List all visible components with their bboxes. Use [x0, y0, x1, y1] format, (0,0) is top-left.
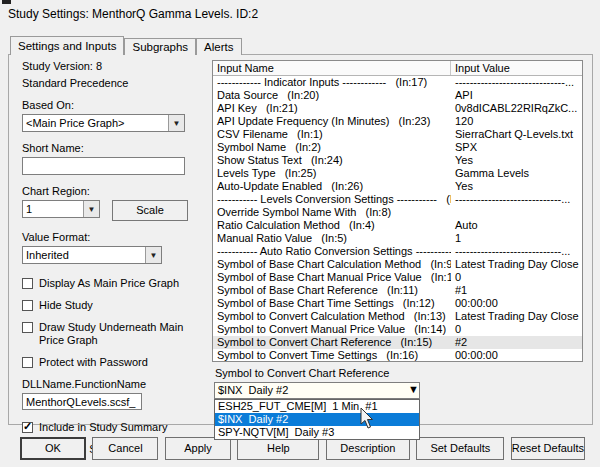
option-checkboxes: ✓ Display As Main Price Graph ✓ Hide Stu…	[22, 277, 192, 369]
table-row[interactable]: Show Status Text (In:24) Yes	[213, 154, 582, 167]
input-value-cell: #1	[451, 284, 582, 297]
table-row[interactable]: API Update Frequency (In Minutes) (In:23…	[213, 115, 582, 128]
table-row[interactable]: ------------ Indicator Inputs ----------…	[213, 76, 582, 89]
checkbox[interactable]: ✓ Draw Study Underneath Main Price Graph	[22, 321, 192, 347]
table-row[interactable]: Symbol of Base Chart Calculation Method …	[213, 258, 582, 271]
chevron-down-icon[interactable]: ▼	[168, 115, 184, 131]
convert-reference-dropdown-list: ESH25_FUT_CME[M] 1 Min #1 $INX Daily #2 …	[214, 399, 420, 440]
table-row[interactable]: Manual Ratio Value (In:5) 1	[213, 232, 582, 245]
table-row[interactable]: Symbol to Convert Manual Price Value (In…	[213, 323, 582, 336]
table-row[interactable]: Symbol of Base Chart Manual Price Value …	[213, 271, 582, 284]
input-name-cell: Auto-Update Enabled (In:26)	[213, 180, 451, 193]
table-row[interactable]: Data Source (In:20) API	[213, 89, 582, 102]
checkbox-label: Display As Main Price Graph	[39, 277, 179, 290]
inputs-table-body: ------------ Indicator Inputs ----------…	[213, 76, 582, 362]
chart-region-select[interactable]: 1 ▼	[22, 200, 100, 218]
chart-region-label: Chart Region:	[22, 185, 192, 197]
dialog-button[interactable]: Reset Defaults	[511, 437, 585, 460]
input-value-cell: Yes	[451, 154, 582, 167]
table-row[interactable]: Symbol to Convert Calculation Method (In…	[213, 310, 582, 323]
input-name-cell: Levels Type (In:25)	[213, 167, 451, 180]
table-row[interactable]: Symbol of Base Chart Reference (In:11) #…	[213, 284, 582, 297]
dialog-button[interactable]: Apply	[165, 437, 231, 460]
precedence-label: Standard Precedence	[22, 77, 192, 89]
mouse-cursor-icon	[360, 408, 374, 429]
chevron-down-icon[interactable]: ▼	[83, 201, 99, 217]
input-name-cell: ----------- Levels Conversion Settings -…	[213, 193, 451, 206]
input-name-cell: ------------ Indicator Inputs ----------…	[213, 76, 451, 89]
input-name-cell: Symbol to Convert Manual Price Value (In…	[213, 323, 451, 336]
input-name-cell: Show Status Text (In:24)	[213, 154, 451, 167]
dialog-button[interactable]: Description	[326, 437, 410, 460]
input-value-cell: Auto	[451, 219, 582, 232]
table-row[interactable]: Symbol to Convert Chart Reference (In:15…	[213, 336, 582, 349]
tab[interactable]: Subgraphs	[124, 38, 196, 55]
input-value-cell: -----------------------------...	[451, 193, 582, 206]
study-version-label: Study Version: 8	[22, 60, 192, 72]
table-row[interactable]: Symbol to Convert Time Settings (In:16) …	[213, 349, 582, 362]
dialog-button[interactable]: Cancel	[92, 437, 158, 460]
input-name-cell: Symbol to Convert Chart Reference (In:15…	[213, 336, 451, 349]
input-name-cell: Symbol of Base Chart Manual Price Value …	[213, 271, 451, 284]
input-name-cell: Ratio Calculation Method (In:4)	[213, 219, 451, 232]
convert-reference-select[interactable]: $INX Daily #2 ▼	[214, 382, 420, 399]
table-row[interactable]: ----------- Auto Ratio Conversion Settin…	[213, 245, 582, 258]
tab[interactable]: Alerts	[196, 38, 241, 55]
table-row[interactable]: Symbol of Base Chart Time Settings (In:1…	[213, 297, 582, 310]
table-row[interactable]: API Key (In:21) 0v8dICABL22RIRqZkC...	[213, 102, 582, 115]
table-row[interactable]: CSV Filename (In:1) SierraChart Q-Levels…	[213, 128, 582, 141]
input-name-cell: Manual Ratio Value (In:5)	[213, 232, 451, 245]
input-value-cell: 120	[451, 115, 582, 128]
based-on-select[interactable]: <Main Price Graph> ▼	[22, 114, 185, 132]
dialog-button[interactable]: OK	[20, 437, 86, 460]
checkbox-box[interactable]: ✓	[22, 278, 33, 289]
chevron-down-icon[interactable]: ▼	[145, 247, 161, 263]
scale-button[interactable]: Scale	[112, 200, 188, 221]
convert-reference-value: $INX Daily #2	[215, 383, 408, 398]
chevron-down-icon[interactable]: ▼	[408, 383, 419, 398]
checkbox[interactable]: ✓ Protect with Password	[22, 356, 192, 369]
value-format-select[interactable]: Inherited ▼	[22, 246, 162, 264]
input-value-cell	[451, 206, 582, 219]
checkbox-box[interactable]: ✓	[22, 300, 33, 311]
input-name-cell: API Update Frequency (In Minutes) (In:23…	[213, 115, 451, 128]
input-value-cell: #2	[451, 336, 582, 349]
tab[interactable]: Settings and Inputs	[10, 36, 124, 55]
checkbox-box[interactable]: ✓	[22, 357, 33, 368]
dialog-button-bar: OK Cancel Apply Help Description Set Def…	[20, 437, 585, 460]
table-row[interactable]: Ratio Calculation Method (In:4) Auto	[213, 219, 582, 232]
table-row[interactable]: ----------- Levels Conversion Settings -…	[213, 193, 582, 206]
dll-function-input[interactable]: MenthorQLevels.scsf_	[22, 393, 142, 410]
table-row[interactable]: Auto-Update Enabled (In:26) Yes	[213, 180, 582, 193]
dialog-button[interactable]: Help	[237, 437, 319, 460]
input-value-cell: Latest Trading Day Close	[451, 310, 582, 323]
column-header-input-value[interactable]: Input Value	[451, 61, 582, 75]
column-header-input-name[interactable]: Input Name	[213, 61, 451, 75]
dll-function-value: MenthorQLevels.scsf_	[23, 396, 141, 408]
input-name-cell: API Key (In:21)	[213, 102, 451, 115]
inputs-table-header: Input Name Input Value	[213, 61, 582, 76]
checkbox-box[interactable]: ✓	[22, 322, 33, 333]
dropdown-option[interactable]: $INX Daily #2	[215, 413, 419, 426]
table-row[interactable]: Levels Type (In:25) Gamma Levels	[213, 167, 582, 180]
input-name-cell: Symbol of Base Chart Calculation Method …	[213, 258, 451, 271]
checkbox[interactable]: ✓ Hide Study	[22, 299, 192, 312]
table-row[interactable]: Symbol Name (In:2) SPX	[213, 141, 582, 154]
dropdown-option[interactable]: SPY-NQTV[M] Daily #3	[215, 426, 419, 439]
value-format-value: Inherited	[23, 249, 145, 261]
checkbox[interactable]: ✓ Include in Study Summary	[22, 421, 192, 434]
input-name-cell: Symbol to Convert Calculation Method (In…	[213, 310, 451, 323]
checkbox-box[interactable]: ✓	[22, 422, 33, 433]
dialog-button[interactable]: Set Defaults	[416, 437, 504, 460]
input-value-cell: -----------------------------...	[451, 245, 582, 258]
input-name-cell: CSV Filename (In:1)	[213, 128, 451, 141]
dropdown-option[interactable]: ESH25_FUT_CME[M] 1 Min #1	[215, 400, 419, 413]
short-name-input[interactable]	[22, 157, 185, 175]
inputs-table: Input Name Input Value ------------ Indi…	[212, 60, 583, 362]
table-row[interactable]: Override Symbol Name With (In:8)	[213, 206, 582, 219]
chart-region-value: 1	[23, 203, 83, 215]
checkbox[interactable]: ✓ Display As Main Price Graph	[22, 277, 192, 290]
input-value-cell: SPX	[451, 141, 582, 154]
input-value-cell: 0	[451, 271, 582, 284]
left-settings-panel: Study Version: 8 Standard Precedence Bas…	[22, 60, 192, 456]
